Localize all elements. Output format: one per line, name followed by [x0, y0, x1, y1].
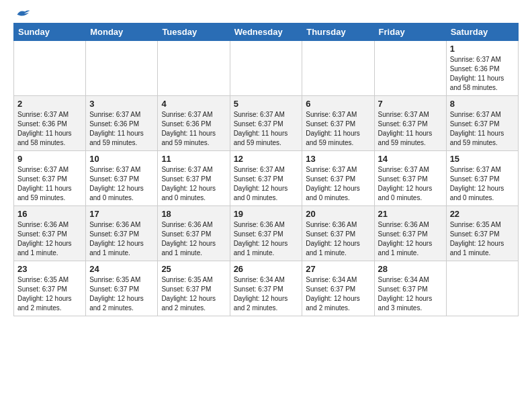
- calendar-cell: 25Sunrise: 6:35 AM Sunset: 6:37 PM Dayli…: [158, 261, 230, 316]
- day-number: 26: [234, 264, 299, 274]
- day-info: Sunrise: 6:36 AM Sunset: 6:37 PM Dayligh…: [161, 220, 226, 258]
- calendar-cell: [374, 41, 446, 96]
- day-number: 2: [17, 99, 82, 109]
- calendar-cell: [14, 41, 86, 96]
- calendar-cell: [446, 261, 518, 316]
- day-number: 3: [89, 99, 154, 109]
- day-number: 6: [306, 99, 370, 109]
- calendar-cell: [230, 41, 302, 96]
- day-info: Sunrise: 6:34 AM Sunset: 6:37 PM Dayligh…: [306, 275, 370, 313]
- day-info: Sunrise: 6:36 AM Sunset: 6:37 PM Dayligh…: [89, 220, 154, 258]
- calendar-week-row: 2Sunrise: 6:37 AM Sunset: 6:36 PM Daylig…: [14, 96, 519, 151]
- day-number: 28: [378, 264, 443, 274]
- logo: [13, 11, 31, 17]
- calendar-cell: 6Sunrise: 6:37 AM Sunset: 6:37 PM Daylig…: [302, 96, 374, 151]
- calendar-header-monday: Monday: [86, 24, 158, 41]
- day-info: Sunrise: 6:37 AM Sunset: 6:36 PM Dayligh…: [161, 110, 226, 148]
- day-number: 12: [234, 154, 299, 164]
- calendar-cell: 1Sunrise: 6:37 AM Sunset: 6:36 PM Daylig…: [446, 41, 518, 96]
- day-info: Sunrise: 6:37 AM Sunset: 6:37 PM Dayligh…: [161, 165, 226, 203]
- day-info: Sunrise: 6:37 AM Sunset: 6:37 PM Dayligh…: [378, 165, 443, 203]
- calendar-week-row: 9Sunrise: 6:37 AM Sunset: 6:37 PM Daylig…: [14, 151, 519, 206]
- calendar-cell: 14Sunrise: 6:37 AM Sunset: 6:37 PM Dayli…: [374, 151, 446, 206]
- day-info: Sunrise: 6:35 AM Sunset: 6:37 PM Dayligh…: [450, 220, 515, 258]
- day-number: 17: [89, 209, 154, 219]
- logo-bird-icon: [16, 8, 31, 20]
- day-number: 8: [450, 99, 515, 109]
- day-number: 14: [378, 154, 443, 164]
- calendar-header-sunday: Sunday: [14, 24, 86, 41]
- day-info: Sunrise: 6:37 AM Sunset: 6:36 PM Dayligh…: [450, 55, 515, 93]
- calendar-header-friday: Friday: [374, 24, 446, 41]
- day-number: 19: [234, 209, 299, 219]
- calendar-header-tuesday: Tuesday: [158, 24, 230, 41]
- day-number: 13: [306, 154, 370, 164]
- calendar-cell: 23Sunrise: 6:35 AM Sunset: 6:37 PM Dayli…: [14, 261, 86, 316]
- calendar-header-thursday: Thursday: [302, 24, 374, 41]
- calendar-cell: 5Sunrise: 6:37 AM Sunset: 6:37 PM Daylig…: [230, 96, 302, 151]
- calendar-cell: 13Sunrise: 6:37 AM Sunset: 6:37 PM Dayli…: [302, 151, 374, 206]
- day-info: Sunrise: 6:37 AM Sunset: 6:37 PM Dayligh…: [17, 165, 82, 203]
- day-number: 25: [161, 264, 226, 274]
- day-info: Sunrise: 6:34 AM Sunset: 6:37 PM Dayligh…: [378, 275, 443, 313]
- calendar-cell: 12Sunrise: 6:37 AM Sunset: 6:37 PM Dayli…: [230, 151, 302, 206]
- day-info: Sunrise: 6:37 AM Sunset: 6:37 PM Dayligh…: [234, 110, 299, 148]
- calendar-cell: 21Sunrise: 6:36 AM Sunset: 6:37 PM Dayli…: [374, 206, 446, 261]
- day-info: Sunrise: 6:37 AM Sunset: 6:37 PM Dayligh…: [450, 110, 515, 148]
- day-info: Sunrise: 6:36 AM Sunset: 6:37 PM Dayligh…: [234, 220, 299, 258]
- header: [13, 11, 519, 17]
- calendar-cell: [86, 41, 158, 96]
- calendar-header-wednesday: Wednesday: [230, 24, 302, 41]
- calendar-week-row: 1Sunrise: 6:37 AM Sunset: 6:36 PM Daylig…: [14, 41, 519, 96]
- day-number: 22: [450, 209, 515, 219]
- calendar-cell: 2Sunrise: 6:37 AM Sunset: 6:36 PM Daylig…: [14, 96, 86, 151]
- calendar-cell: 18Sunrise: 6:36 AM Sunset: 6:37 PM Dayli…: [158, 206, 230, 261]
- calendar-cell: 20Sunrise: 6:36 AM Sunset: 6:37 PM Dayli…: [302, 206, 374, 261]
- calendar-cell: 15Sunrise: 6:37 AM Sunset: 6:37 PM Dayli…: [446, 151, 518, 206]
- day-info: Sunrise: 6:37 AM Sunset: 6:37 PM Dayligh…: [89, 165, 154, 203]
- calendar-cell: 17Sunrise: 6:36 AM Sunset: 6:37 PM Dayli…: [86, 206, 158, 261]
- calendar-cell: 7Sunrise: 6:37 AM Sunset: 6:37 PM Daylig…: [374, 96, 446, 151]
- day-info: Sunrise: 6:36 AM Sunset: 6:37 PM Dayligh…: [17, 220, 82, 258]
- calendar-cell: 10Sunrise: 6:37 AM Sunset: 6:37 PM Dayli…: [86, 151, 158, 206]
- day-number: 11: [161, 154, 226, 164]
- calendar-cell: [158, 41, 230, 96]
- day-number: 9: [17, 154, 82, 164]
- calendar-cell: 9Sunrise: 6:37 AM Sunset: 6:37 PM Daylig…: [14, 151, 86, 206]
- day-info: Sunrise: 6:37 AM Sunset: 6:37 PM Dayligh…: [234, 165, 299, 203]
- day-info: Sunrise: 6:35 AM Sunset: 6:37 PM Dayligh…: [89, 275, 154, 313]
- day-info: Sunrise: 6:37 AM Sunset: 6:36 PM Dayligh…: [89, 110, 154, 148]
- day-info: Sunrise: 6:37 AM Sunset: 6:36 PM Dayligh…: [17, 110, 82, 148]
- calendar-cell: 24Sunrise: 6:35 AM Sunset: 6:37 PM Dayli…: [86, 261, 158, 316]
- day-info: Sunrise: 6:37 AM Sunset: 6:37 PM Dayligh…: [378, 110, 443, 148]
- day-number: 21: [378, 209, 443, 219]
- calendar-cell: 8Sunrise: 6:37 AM Sunset: 6:37 PM Daylig…: [446, 96, 518, 151]
- calendar-header-row: SundayMondayTuesdayWednesdayThursdayFrid…: [14, 24, 519, 41]
- day-info: Sunrise: 6:37 AM Sunset: 6:37 PM Dayligh…: [306, 165, 370, 203]
- calendar-cell: 19Sunrise: 6:36 AM Sunset: 6:37 PM Dayli…: [230, 206, 302, 261]
- day-number: 1: [450, 44, 515, 54]
- day-number: 20: [306, 209, 370, 219]
- calendar-header-saturday: Saturday: [446, 24, 518, 41]
- calendar-cell: [302, 41, 374, 96]
- calendar-week-row: 23Sunrise: 6:35 AM Sunset: 6:37 PM Dayli…: [14, 261, 519, 316]
- day-number: 10: [89, 154, 154, 164]
- calendar-cell: 4Sunrise: 6:37 AM Sunset: 6:36 PM Daylig…: [158, 96, 230, 151]
- calendar-week-row: 16Sunrise: 6:36 AM Sunset: 6:37 PM Dayli…: [14, 206, 519, 261]
- calendar: SundayMondayTuesdayWednesdayThursdayFrid…: [13, 23, 519, 316]
- day-number: 18: [161, 209, 226, 219]
- day-info: Sunrise: 6:35 AM Sunset: 6:37 PM Dayligh…: [17, 275, 82, 313]
- day-number: 27: [306, 264, 370, 274]
- calendar-cell: 16Sunrise: 6:36 AM Sunset: 6:37 PM Dayli…: [14, 206, 86, 261]
- day-info: Sunrise: 6:37 AM Sunset: 6:37 PM Dayligh…: [306, 110, 370, 148]
- day-number: 23: [17, 264, 82, 274]
- day-number: 4: [161, 99, 226, 109]
- calendar-cell: 3Sunrise: 6:37 AM Sunset: 6:36 PM Daylig…: [86, 96, 158, 151]
- calendar-cell: 26Sunrise: 6:34 AM Sunset: 6:37 PM Dayli…: [230, 261, 302, 316]
- page: SundayMondayTuesdayWednesdayThursdayFrid…: [0, 0, 532, 323]
- day-number: 5: [234, 99, 299, 109]
- day-info: Sunrise: 6:36 AM Sunset: 6:37 PM Dayligh…: [378, 220, 443, 258]
- day-number: 7: [378, 99, 443, 109]
- day-number: 24: [89, 264, 154, 274]
- day-number: 16: [17, 209, 82, 219]
